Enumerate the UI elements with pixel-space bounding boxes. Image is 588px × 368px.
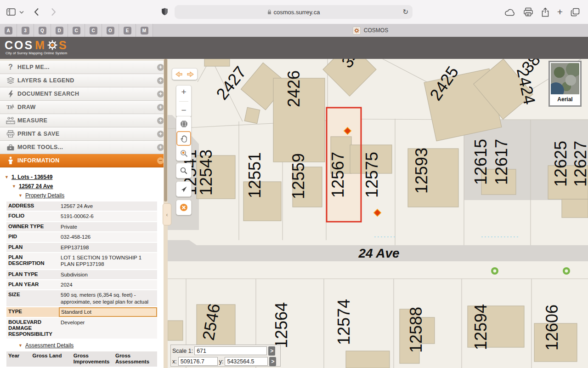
logo-text: COS <box>5 39 34 51</box>
lot-label: 12593 <box>412 148 431 194</box>
lot-label: 12559 <box>289 153 308 199</box>
lightning-icon <box>4 90 17 98</box>
sidebar-item-document-search[interactable]: DOCUMENT SEARCH + <box>0 87 168 101</box>
zoom-in-button[interactable]: + <box>181 87 186 97</box>
pinned-tab[interactable]: C <box>85 24 102 37</box>
pan-tool-button[interactable] <box>176 131 191 146</box>
expand-plus-icon[interactable]: + <box>157 104 164 111</box>
expand-plus-icon[interactable]: + <box>157 144 164 151</box>
collapse-triangle-icon[interactable]: ▼ <box>5 175 9 179</box>
expand-plus-icon[interactable]: + <box>157 91 164 98</box>
sidebar-item-layers-legend[interactable]: LAYERS & LEGEND + <box>0 74 168 87</box>
property-details-table: ADDRESS12567 24 Ave FOLIO5191-00062-6 OW… <box>6 201 157 339</box>
active-tab[interactable]: COSMOS <box>153 24 588 37</box>
pinned-tab[interactable]: M <box>136 24 153 37</box>
collapse-triangle-icon[interactable]: ▼ <box>18 193 23 198</box>
collapse-minus-icon[interactable]: − <box>157 157 164 164</box>
cloud-icon[interactable] <box>504 8 515 16</box>
scale-input[interactable] <box>194 346 267 355</box>
scrollbar-thumb[interactable] <box>164 59 167 201</box>
lot-label: 12567 <box>328 152 347 198</box>
geolocate-button[interactable] <box>176 181 192 197</box>
sidebar-item-measure[interactable]: MEASURE + <box>0 114 168 127</box>
pinned-tab[interactable]: 3 <box>17 24 34 37</box>
aerial-thumbnail <box>551 63 579 94</box>
apply-scale-button[interactable]: > <box>268 346 275 356</box>
sidebar-item-information[interactable]: INFORMATION − <box>0 154 168 167</box>
map-canvas[interactable]: 2427 2426 2425 2424 34 38 12541 12543 12… <box>168 59 588 368</box>
property-details-link[interactable]: Property Details <box>25 192 64 199</box>
pinned-tab[interactable]: E <box>119 24 136 37</box>
sidebar-collapse-handle[interactable]: ‹ <box>163 203 171 225</box>
print-icon[interactable] <box>523 7 533 17</box>
printer-icon <box>4 130 17 138</box>
address-link-text[interactable]: 12567 24 Ave <box>19 183 53 190</box>
lot-label: 12564 <box>272 302 291 348</box>
expand-plus-icon[interactable]: + <box>157 131 164 138</box>
search-icon <box>180 167 187 174</box>
table-row: PLAN YEAR2024 <box>6 280 157 290</box>
lock-icon <box>267 9 271 15</box>
zoom-selection-button[interactable] <box>176 146 191 161</box>
overview-globe-button[interactable] <box>176 116 191 131</box>
sidebar-toggle-icon[interactable] <box>6 8 16 16</box>
map-area: 2427 2426 2425 2424 34 38 12541 12543 12… <box>168 59 588 368</box>
lots-result-link[interactable]: ▼ 1. Lots - 136549 <box>5 174 168 180</box>
lot-label-partial: 12627 <box>571 141 588 187</box>
reload-icon[interactable]: ↻ <box>402 8 408 16</box>
privacy-shield-icon[interactable] <box>161 7 169 17</box>
chevron-down-icon[interactable] <box>19 11 24 14</box>
property-details-section[interactable]: ▼ Property Details <box>18 192 168 199</box>
pinned-tab[interactable]: Q <box>34 24 51 37</box>
forward-button[interactable] <box>51 8 56 16</box>
collapse-triangle-icon[interactable]: ▼ <box>18 343 23 348</box>
pinned-tab-letter: C <box>73 27 80 34</box>
pinned-tab[interactable]: C <box>68 24 85 37</box>
x-coordinate-input[interactable] <box>178 357 218 366</box>
tab-overview-icon[interactable] <box>571 8 580 17</box>
pinned-tab[interactable]: O <box>102 24 119 37</box>
map-search-tool-button[interactable] <box>176 163 192 178</box>
expand-plus-icon[interactable]: + <box>157 64 164 71</box>
sidebar-item-print-save[interactable]: PRINT & SAVE + <box>0 127 168 141</box>
share-icon[interactable] <box>541 7 549 17</box>
lot-label: 12606 <box>543 305 561 351</box>
pinned-tab-letter: O <box>107 27 114 34</box>
new-tab-button[interactable]: + <box>557 6 563 17</box>
pinned-tab[interactable]: D <box>51 24 68 37</box>
table-row: PLAN DESCRIPTIONLOT 1 SECTION 19 TOWNSHI… <box>6 253 157 270</box>
back-button[interactable] <box>34 8 39 16</box>
assessment-details-section[interactable]: ▼ Assessment Details <box>18 342 168 349</box>
expand-plus-icon[interactable]: + <box>157 117 164 124</box>
logo-text-s: S <box>59 39 68 51</box>
collapse-triangle-icon[interactable]: ▼ <box>12 184 16 189</box>
zoom-out-button[interactable]: − <box>181 105 186 115</box>
logo-subtitle: City of Surrey Mapping Online System <box>6 51 67 55</box>
assessment-details-link[interactable]: Assessment Details <box>25 342 74 349</box>
lot-label: 12574 <box>334 299 353 345</box>
plan-link[interactable]: EPP137198 <box>59 243 157 252</box>
expand-plus-icon[interactable]: + <box>157 77 164 84</box>
sidebar-item-help-me[interactable]: ? HELP ME... + <box>0 61 168 74</box>
history-back-icon[interactable] <box>175 71 183 77</box>
sidebar-item-draw[interactable]: T DRAW + <box>0 101 168 114</box>
history-forward-icon[interactable] <box>187 71 194 77</box>
basemap-switcher[interactable]: Aerial <box>548 61 582 107</box>
clear-selection-button[interactable] <box>176 200 192 215</box>
lot-label: 12625 <box>551 141 570 187</box>
cosmos-favicon-icon <box>353 27 361 34</box>
browser-url-bar[interactable]: cosmos.surrey.ca ↻ <box>175 5 413 19</box>
pinned-tab-letter: C <box>90 27 97 34</box>
draw-icon: T <box>4 104 17 111</box>
sidebar-item-more-tools[interactable]: MORE TOOLS... + <box>0 141 168 154</box>
close-icon <box>180 203 188 212</box>
y-coordinate-input[interactable] <box>225 357 268 366</box>
lot-label: 12543 <box>197 150 215 196</box>
pinned-tab[interactable]: A <box>0 24 17 37</box>
layers-icon <box>4 77 17 84</box>
address-result-link[interactable]: ▼ 12567 24 Ave <box>12 183 168 190</box>
logo-text-m: M <box>35 39 46 51</box>
apply-coordinates-button[interactable]: > <box>269 357 276 366</box>
table-row: ADDRESS12567 24 Ave <box>6 201 157 212</box>
lots-link-text[interactable]: 1. Lots - 136549 <box>11 174 52 180</box>
